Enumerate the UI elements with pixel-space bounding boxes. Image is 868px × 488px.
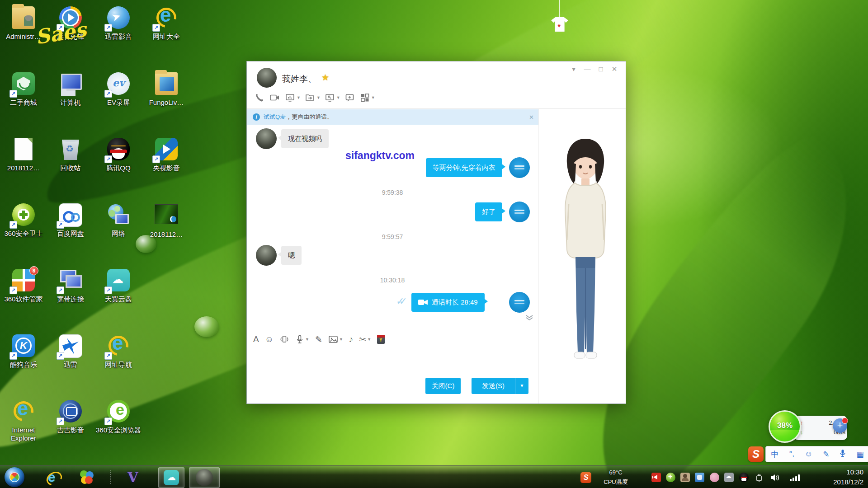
contact-avatar[interactable] bbox=[257, 68, 277, 88]
heart-icon: ♥ bbox=[557, 23, 561, 29]
desktop-icon-label: 网络 bbox=[95, 230, 142, 238]
shirt-gadget-string bbox=[559, 0, 560, 18]
desktop-icon-ershou-shangcheng[interactable]: ↗ 二手商城 bbox=[0, 71, 47, 131]
send-button[interactable]: 发送(S) bbox=[472, 378, 515, 394]
tray-volume-icon[interactable] bbox=[769, 473, 780, 484]
close-chat-button[interactable]: 关闭(C) bbox=[425, 378, 461, 394]
tray-360-icon[interactable] bbox=[666, 473, 675, 482]
ime-mode-chinese[interactable]: 中 bbox=[771, 449, 778, 460]
chevron-down-icon: ▼ bbox=[297, 95, 301, 100]
desktop-icon-360-software-manager[interactable]: 8↗ 360软件管家 bbox=[0, 268, 47, 328]
desktop-icon-kugou-music[interactable]: ↗ 酷狗音乐 bbox=[0, 333, 47, 393]
desktop-icon-document[interactable]: 2018112… bbox=[0, 137, 47, 197]
red-packet-icon[interactable] bbox=[377, 335, 385, 344]
taskbar-ie-button[interactable]: e bbox=[40, 468, 63, 486]
apps-grid-icon[interactable]: ▼ bbox=[359, 92, 375, 103]
screen-demo-icon[interactable]: ▼ bbox=[285, 92, 301, 103]
desktop-icon-label: 宽带连接 bbox=[47, 295, 94, 303]
remote-desktop-icon[interactable]: ▼ bbox=[325, 92, 340, 103]
notice-close-icon[interactable]: ✕ bbox=[529, 114, 534, 121]
tray-sogou-icon[interactable]: S bbox=[580, 472, 591, 483]
ime-toolbox-icon[interactable]: ▦ bbox=[856, 450, 863, 459]
tray-user-icon[interactable] bbox=[680, 473, 690, 482]
desktop-icon-computer[interactable]: 计算机 bbox=[47, 71, 94, 131]
desktop-icon-network[interactable]: 网络 bbox=[95, 202, 142, 262]
self-avatar[interactable] bbox=[509, 292, 530, 313]
send-options-button[interactable]: ▼ bbox=[515, 378, 528, 394]
desktop-icon-xunlei-yingyin[interactable]: ↗ 迅雷影音 bbox=[95, 5, 142, 65]
taskbar-qq-chat-button[interactable] bbox=[189, 467, 220, 488]
shortcut-arrow-icon: ↗ bbox=[104, 90, 112, 98]
ime-mic-icon[interactable] bbox=[840, 449, 846, 460]
emoji-icon[interactable]: ☺ bbox=[265, 334, 274, 344]
desktop-icon-xunlei[interactable]: ↗ 迅雷 bbox=[47, 333, 94, 393]
tray-qq-icon[interactable] bbox=[739, 473, 749, 482]
desktop-icon-recycle-bin[interactable]: 回收站 bbox=[47, 137, 94, 197]
voice-message-icon[interactable]: ▼ bbox=[295, 334, 309, 344]
desktop-icon-tencent-qq[interactable]: ↗ 腾讯QQ bbox=[95, 137, 142, 197]
ime-punctuation[interactable]: °, bbox=[789, 450, 794, 459]
start-button[interactable] bbox=[5, 467, 24, 487]
taskbar-browser-button[interactable] bbox=[75, 468, 99, 486]
sogou-logo[interactable]: S bbox=[748, 446, 764, 462]
ime-emoji-icon[interactable]: ☺ bbox=[805, 450, 812, 459]
window-menu-button[interactable]: ▾ bbox=[567, 65, 580, 73]
handwriting-icon[interactable]: ✎ bbox=[315, 334, 322, 345]
desktop-icon-yangshi-yingyin[interactable]: ↗ 央视影音 bbox=[143, 137, 190, 197]
tray-netdisk-icon[interactable] bbox=[695, 473, 704, 482]
desktop-icon-label: 迅雷影音 bbox=[95, 33, 142, 41]
create-group-icon[interactable] bbox=[344, 92, 355, 103]
sogou-ime-bar[interactable]: S 中 °, ☺ ✎ ▦ bbox=[748, 446, 868, 463]
desktop-icon-360-browser[interactable]: ↗ 360安全浏览器 bbox=[95, 399, 142, 459]
tray-cloud-icon[interactable] bbox=[724, 473, 734, 482]
peer-avatar[interactable] bbox=[256, 245, 277, 266]
call-record-message[interactable]: 通话时长 28:49 bbox=[411, 293, 485, 312]
self-avatar[interactable] bbox=[509, 157, 530, 178]
scroll-bottom-icon[interactable] bbox=[525, 314, 533, 323]
desktop-icon-baidu-netdisk[interactable]: ↗ 百度网盘 bbox=[47, 202, 94, 262]
video-call-icon[interactable] bbox=[269, 92, 281, 103]
chevron-down-icon: ▼ bbox=[336, 95, 340, 100]
close-button[interactable]: ✕ bbox=[608, 65, 621, 73]
voice-call-icon[interactable] bbox=[254, 92, 265, 103]
tray-power-plug-icon[interactable] bbox=[754, 473, 764, 484]
tray-announce-icon[interactable] bbox=[651, 473, 661, 482]
desktop-icon-jiji-yingyin[interactable]: ↗ 吉吉影音 bbox=[47, 399, 94, 459]
desktop-icon-label: 二手商城 bbox=[0, 99, 47, 107]
shortcut-arrow-icon: ↗ bbox=[9, 286, 17, 294]
tray-flower-icon[interactable] bbox=[710, 473, 719, 482]
peer-avatar[interactable] bbox=[256, 128, 277, 149]
desktop-icon-fungoliv[interactable]: FungoLiv… bbox=[143, 71, 190, 131]
send-file-icon[interactable]: ▼ bbox=[305, 92, 321, 103]
shortcut-arrow-icon: ↗ bbox=[104, 418, 112, 425]
desktop-icon-360-safeguard[interactable]: ↗ 360安全卫士 bbox=[0, 202, 47, 262]
minimize-button[interactable]: — bbox=[580, 65, 594, 73]
contact-name: 莪姓李、 bbox=[282, 73, 316, 85]
desktop-icon-internet-explorer[interactable]: Internet Explorer bbox=[0, 399, 47, 459]
accelerate-plus-button[interactable]: + bbox=[833, 418, 847, 433]
maximize-button[interactable]: □ bbox=[594, 65, 608, 73]
music-icon[interactable]: ♪ bbox=[349, 334, 354, 344]
font-icon[interactable]: A bbox=[253, 334, 259, 344]
ime-pen-icon[interactable]: ✎ bbox=[823, 450, 829, 459]
taskbar-clock[interactable]: 10:30 2018/12/2 bbox=[833, 467, 863, 487]
taskbar-vagaa-button[interactable]: V bbox=[121, 468, 145, 486]
shortcut-arrow-icon: ↗ bbox=[57, 221, 64, 229]
tray-network-signal-icon[interactable] bbox=[790, 474, 802, 481]
taskbar-cloud-button[interactable]: ☁ bbox=[158, 467, 184, 488]
desktop-icon-broadband-connection[interactable]: ↗ 宽带连接 bbox=[47, 268, 94, 328]
message-list[interactable]: 现在视频吗 sifangktv.com 等两分钟,先穿着内衣 9:59:38 好… bbox=[247, 125, 538, 326]
screenshot-icon[interactable]: ✂▼ bbox=[359, 334, 371, 345]
desktop-icon-wangzhi-daohang[interactable]: ↗ 网址导航 bbox=[95, 333, 142, 393]
desktop-icon-ev-luping[interactable]: ↗ EV录屏 bbox=[95, 71, 142, 131]
memory-usage-ball[interactable]: 38% bbox=[769, 410, 801, 443]
self-avatar[interactable] bbox=[509, 202, 530, 222]
qmic-link[interactable]: 试试Q麦 bbox=[264, 113, 286, 121]
desktop-icon-tianyi-cloud[interactable]: ↗ 天翼云盘 bbox=[95, 268, 142, 328]
image-icon[interactable]: ▼ bbox=[328, 335, 343, 344]
desktop-icon-video-file[interactable]: 2018112… bbox=[143, 202, 190, 262]
incoming-message: 嗯 bbox=[281, 246, 302, 265]
shortcut-arrow-icon: ↗ bbox=[104, 24, 112, 32]
desktop-icon-wangzhi-daquan[interactable]: ↗ 网址大全 bbox=[143, 5, 190, 65]
nudge-icon[interactable] bbox=[279, 334, 289, 344]
